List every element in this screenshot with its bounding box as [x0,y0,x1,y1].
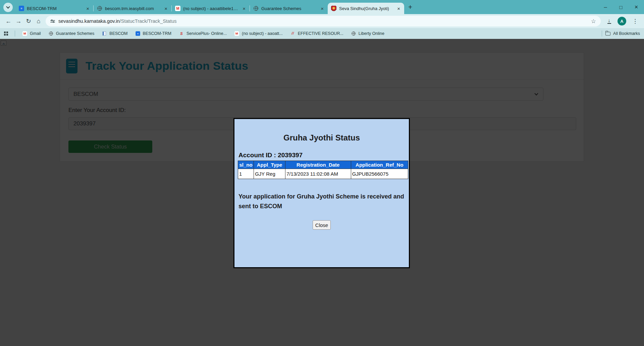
tab-bescom-trm[interactable]: ≡ BESCOM-TRM × [15,3,93,14]
serviceplus-icon: S [179,31,184,36]
status-message-line2: sent to ESCOM [238,201,404,211]
document-icon [102,31,107,36]
close-button[interactable]: Close [313,220,331,230]
profile-avatar[interactable]: A [618,17,626,25]
site-settings-icon[interactable] [50,20,55,22]
home-button[interactable]: ⌂ [34,16,44,26]
tab-strip: ≡ BESCOM-TRM × bescom.trm.ieasybill.com … [0,0,644,14]
gruha-jyothi-status-modal: Gruha Jyothi Status Account ID : 2039397… [233,118,410,268]
globe-icon [49,31,53,36]
status-message: Your application for Gruha Jyothi Scheme… [238,192,404,211]
bookmarks-bar: M Gmail Guarantee Schemes BESCOM ≡ BESCO… [0,28,644,39]
tab-label: Guarantee Schemes [261,6,317,11]
tab-close-icon[interactable]: × [320,6,324,11]
chevron-down-icon [6,5,10,8]
globe-favicon-icon [253,6,259,11]
bescom-trm-icon: ≡ [136,31,140,36]
tab-close-icon[interactable]: × [396,6,401,11]
globe-favicon-icon [97,6,102,11]
bookmark-guarantee-schemes[interactable]: Guarantee Schemes [48,31,95,36]
window-controls: ─ □ × [598,0,644,14]
col-sl-no: sl_no [238,161,254,169]
tab-label: (no subject) - aaoattibele1@gm [183,6,239,11]
gmail-icon: M [234,31,239,36]
globe-icon [351,31,356,36]
new-tab-button[interactable]: + [408,3,412,11]
cell-registration-date: 7/13/2023 11:02:08 AM [285,169,351,179]
cell-appl-type: GJY Reg [254,169,285,179]
folder-icon [605,32,610,36]
tab-close-icon[interactable]: × [242,6,246,11]
reload-button[interactable]: ↻ [23,16,34,26]
tab-seva-sindhu-active[interactable]: Seva Sindhu(Gruha Jyoti) × [328,3,404,14]
window-maximize-button[interactable]: □ [613,0,629,14]
tab-ieasybill[interactable]: bescom.trm.ieasybill.com × [94,3,171,14]
col-registration-date: Registration_Date [285,161,351,169]
tab-close-icon[interactable]: × [164,6,168,11]
bookmark-effective-resour[interactable]: // EFFECTIVE RESOUR... [290,31,343,36]
tab-close-icon[interactable]: × [86,6,90,11]
bookmark-serviceplus[interactable]: S ServicePlus- Online... [179,31,227,36]
all-bookmarks[interactable]: All Bookmarks [598,31,640,37]
bescom-trm-favicon-icon: ≡ [19,6,24,11]
gmail-favicon-icon: M [175,6,180,11]
window-close-button[interactable]: × [629,0,644,14]
bookmark-liberty-online[interactable]: Liberty Online [351,31,384,36]
bookmark-bescom[interactable]: BESCOM [102,31,127,36]
downloads-icon[interactable]: ↓ [604,18,614,24]
browser-toolbar: ← → ↻ ⌂ sevasindhu.karnataka.gov.in/Stat… [0,14,644,28]
account-id-line: Account ID : 2039397 [238,152,405,159]
col-appl-type: Appl_Type [254,161,285,169]
modal-title: Gruha Jyothi Status [234,133,409,142]
bookmark-no-subject[interactable]: M (no subject) - aaoatt... [234,31,283,36]
bookmark-bescom-trm[interactable]: ≡ BESCOM-TRM [135,31,171,36]
status-message-line1: Your application for Gruha Jyothi Scheme… [238,192,404,201]
status-table: sl_no Appl_Type Registration_Date Applic… [238,161,408,179]
gmail-icon: M [22,31,27,36]
url-host: sevasindhu.karnataka.gov.in [58,18,120,24]
url-path: /StatucTrack/Track_Status [120,18,177,24]
tab-guarantee-schemes[interactable]: Guarantee Schemes × [250,3,328,14]
bookmark-star-icon[interactable]: ☆ [591,18,596,25]
bookmark-separator [15,31,15,37]
tab-label: BESCOM-TRM [27,6,83,11]
tab-gmail-no-subject[interactable]: M (no subject) - aaoattibele1@gm × [172,3,250,14]
menu-kebab-icon[interactable]: ⋮ [630,18,641,25]
table-header-row: sl_no Appl_Type Registration_Date Applic… [238,161,408,169]
tab-label: bescom.trm.ieasybill.com [105,6,161,11]
col-application-ref-no: Application_Ref_No [351,161,408,169]
forward-button[interactable]: → [13,16,23,26]
apps-grid-icon[interactable] [4,32,8,36]
page-viewport: Track Your Application Status BESCOM Ent… [0,39,644,346]
cell-application-ref-no: GJPUB2566075 [351,169,408,179]
url-text: sevasindhu.karnataka.gov.in/StatucTrack/… [58,18,588,24]
cell-sl-no: 1 [238,169,254,179]
karnataka-emblem-favicon-icon [331,6,336,11]
tab-search-button[interactable] [3,3,13,12]
back-button[interactable]: ← [3,16,13,26]
tab-label: Seva Sindhu(Gruha Jyoti) [339,6,394,11]
address-bar[interactable]: sevasindhu.karnataka.gov.in/StatucTrack/… [46,16,601,26]
window-minimize-button[interactable]: ─ [598,0,613,14]
slashes-icon: // [290,31,295,36]
bookmark-gmail[interactable]: M Gmail [22,31,41,36]
table-row: 1 GJY Reg 7/13/2023 11:02:08 AM GJPUB256… [238,169,408,179]
